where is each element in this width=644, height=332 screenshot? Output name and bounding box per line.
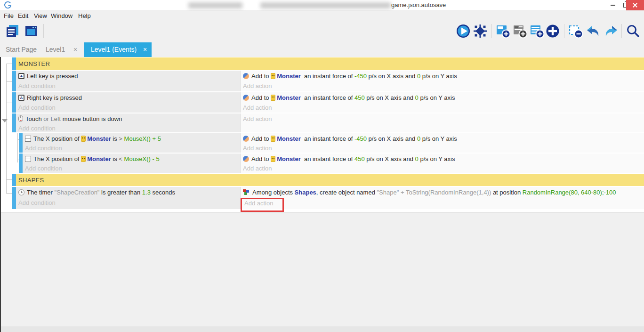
add-condition-link[interactable]: Add condition (18, 198, 56, 208)
force-icon (243, 156, 249, 162)
event-drag-bar[interactable] (12, 174, 16, 186)
event3-conditions: Touch or Left mouse button is down Add c… (16, 113, 240, 132)
text-segment: MouseX() + 5 (124, 135, 161, 142)
project-manager-icon[interactable] (5, 24, 20, 39)
text-segment: p/s on X axis and (367, 135, 417, 142)
add-condition-link[interactable]: Add condition (25, 164, 62, 173)
event-drag-bar[interactable] (12, 113, 16, 132)
tree-stub (6, 103, 12, 103)
text-segment: p/s on X axis and (365, 94, 415, 101)
event3-actions: Add action (241, 113, 644, 132)
action-text[interactable]: Add to Monster an instant force of 450 p… (243, 93, 455, 103)
text-segment: an instant force of (301, 135, 354, 142)
condition-text[interactable]: The X position of Monster is < MouseX() … (25, 154, 160, 164)
position-icon (25, 136, 31, 142)
tab-bar: Start Page Level1 × Level1 (Events) × (0, 42, 644, 57)
condition-text[interactable]: The X position of Monster is > MouseX() … (25, 134, 161, 144)
undo-icon[interactable] (586, 24, 601, 39)
tab-level1-events[interactable]: Level1 (Events) × (84, 42, 152, 57)
menu-bar: File Edit View Window Help (0, 11, 644, 21)
title-bar: game.json.autosave (0, 0, 644, 11)
tab-start-page[interactable]: Start Page (6, 46, 37, 53)
minimize-icon (611, 5, 615, 6)
add-new-icon[interactable] (545, 24, 560, 39)
add-condition-link[interactable]: Add condition (18, 124, 56, 133)
text-segment: p/s on X axis and (367, 73, 417, 80)
tab-level1[interactable]: Level1 (46, 46, 65, 53)
add-event-icon[interactable] (495, 24, 510, 39)
action-text[interactable]: Add to Monster an instant force of 450 p… (243, 154, 455, 164)
text-segment: > (119, 135, 124, 142)
tab-level1-events-close-icon[interactable]: × (143, 46, 147, 53)
subevent1-conditions: The X position of Monster is > MouseX() … (23, 133, 240, 153)
annotation-highlight-box (241, 198, 284, 212)
text-segment: Monster (277, 94, 301, 101)
text-segment: p/s on Y axis (419, 155, 455, 162)
event-drag-bar[interactable] (12, 57, 16, 70)
action-text[interactable]: Add to Monster an instant force of -450 … (243, 134, 457, 144)
add-action-link[interactable]: Add action (243, 81, 272, 91)
force-icon (243, 73, 249, 79)
preview-play-icon[interactable] (456, 24, 471, 39)
condition-text[interactable]: Touch or Left mouse button is down (18, 114, 122, 124)
tab-level1-close-icon[interactable]: × (73, 46, 77, 53)
add-action-link[interactable]: Add action (243, 144, 272, 153)
events-empty-area[interactable] (1, 212, 644, 332)
keyboard-icon (18, 73, 24, 79)
search-icon[interactable] (625, 24, 640, 39)
add-comment-icon[interactable] (512, 24, 527, 39)
toolbar-separator (491, 24, 492, 38)
tab-level1-events-label: Level1 (Events) (91, 46, 137, 53)
event-drag-bar[interactable] (12, 71, 16, 91)
group-label: SHAPES (18, 177, 44, 184)
minimize-button[interactable] (606, 0, 620, 10)
menu-edit[interactable]: Edit (18, 12, 28, 19)
close-button[interactable] (626, 0, 644, 10)
debug-icon[interactable] (473, 24, 488, 39)
group-header-shapes[interactable]: SHAPES (16, 174, 644, 186)
subevent-drag-bar[interactable] (19, 133, 23, 153)
collapse-arrow-icon[interactable] (2, 119, 8, 122)
event-drag-bar[interactable] (12, 187, 16, 209)
add-condition-link[interactable]: Add condition (25, 144, 62, 153)
action-text[interactable]: Among objects Shapes, create object name… (243, 188, 616, 197)
add-action-link[interactable]: Add action (243, 114, 272, 124)
add-action-link[interactable]: Add action (243, 103, 272, 113)
menu-window[interactable]: Window (51, 12, 72, 19)
event-drag-bar[interactable] (12, 92, 16, 113)
menu-help[interactable]: Help (78, 12, 91, 19)
group-header-monster[interactable]: MONSTER (16, 57, 644, 70)
condition-text[interactable]: Right key is pressed (18, 93, 82, 103)
force-icon (243, 136, 249, 142)
text-segment: Monster (277, 73, 301, 80)
add-condition-link[interactable]: Add condition (18, 81, 56, 91)
toolbar-separator (621, 24, 622, 38)
tree-stub (6, 193, 12, 194)
add-condition-link[interactable]: Add condition (18, 103, 56, 113)
tree-line-sub (17, 133, 18, 162)
bottom-strip (1, 326, 644, 332)
add-subevent-icon[interactable] (529, 24, 544, 39)
menu-view[interactable]: View (34, 12, 47, 19)
subevent-drag-bar[interactable] (19, 154, 23, 173)
redacted-title-segment (188, 2, 242, 8)
text-segment: -450 (354, 135, 367, 142)
text-segment: an instant force of (301, 94, 354, 101)
tree-stub (6, 179, 12, 180)
gdevelop-logo-icon (4, 1, 12, 9)
text-segment: Among objects (252, 189, 295, 196)
condition-text[interactable]: The timer "ShapeCreation" is greater tha… (18, 188, 175, 197)
add-action-link[interactable]: Add action (243, 164, 272, 173)
text-segment: Add to (251, 155, 271, 162)
text-segment: Monster (87, 135, 111, 142)
menu-file[interactable]: File (4, 12, 14, 19)
redo-icon[interactable] (604, 24, 619, 39)
text-segment: MouseX() - 5 (124, 155, 160, 162)
condition-text[interactable]: Left key is pressed (18, 72, 78, 81)
remove-event-icon[interactable] (568, 24, 583, 39)
redacted-title-segment (260, 2, 391, 8)
object-icon (81, 136, 86, 142)
scene-editor-icon[interactable] (24, 24, 39, 39)
text-segment: Add to (251, 135, 271, 142)
action-text[interactable]: Add to Monster an instant force of -450 … (243, 72, 457, 81)
